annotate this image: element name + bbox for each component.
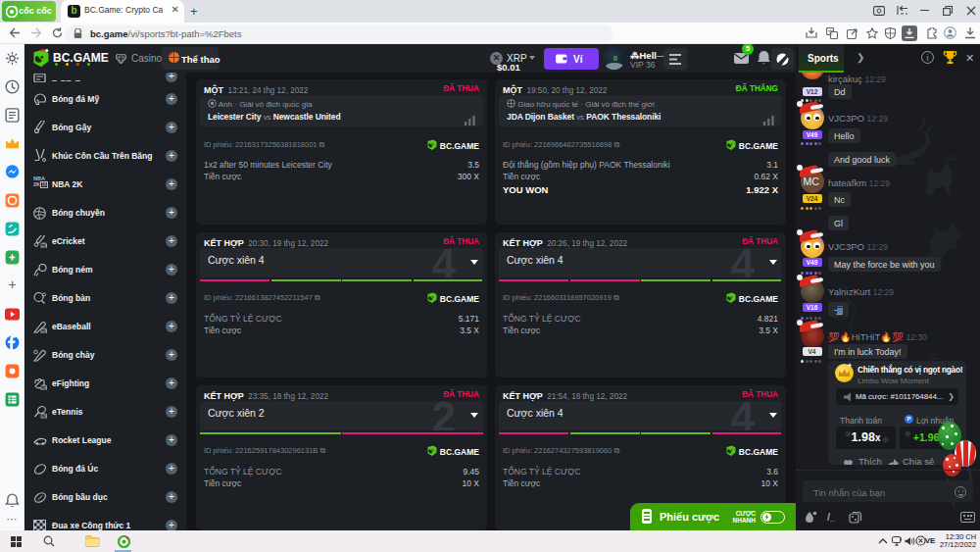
- svg-text:2k: 2k: [42, 414, 47, 419]
- svg-text:文: 文: [828, 28, 834, 35]
- svg-text:2k: 2k: [42, 328, 47, 333]
- svg-text:2k: 2k: [42, 243, 47, 248]
- svg-text:2k: 2k: [42, 385, 47, 390]
